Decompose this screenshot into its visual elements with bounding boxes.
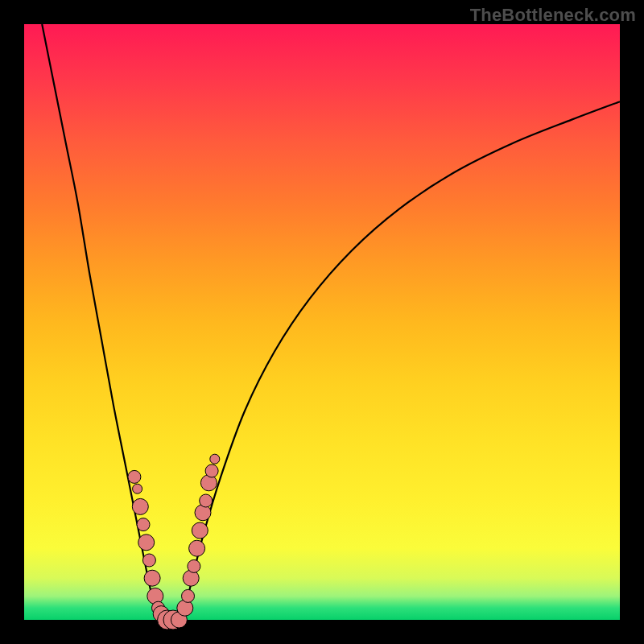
data-marker	[144, 570, 160, 586]
data-marker	[210, 454, 220, 464]
data-marker	[205, 464, 218, 477]
data-markers	[128, 454, 220, 630]
data-marker	[137, 518, 150, 531]
data-marker	[132, 498, 148, 514]
data-marker	[133, 484, 142, 493]
plot-area	[24, 24, 620, 620]
data-marker	[138, 535, 155, 551]
data-marker	[188, 559, 200, 572]
curve-right	[179, 101, 620, 620]
chart-frame: TheBottleneck.com	[0, 0, 644, 644]
data-marker	[189, 540, 205, 556]
data-marker	[142, 554, 155, 567]
data-marker	[200, 494, 213, 507]
watermark-text: TheBottleneck.com	[470, 5, 636, 26]
data-marker	[128, 470, 141, 483]
chart-svg	[24, 24, 620, 620]
data-marker	[192, 522, 208, 539]
data-marker	[182, 589, 195, 602]
